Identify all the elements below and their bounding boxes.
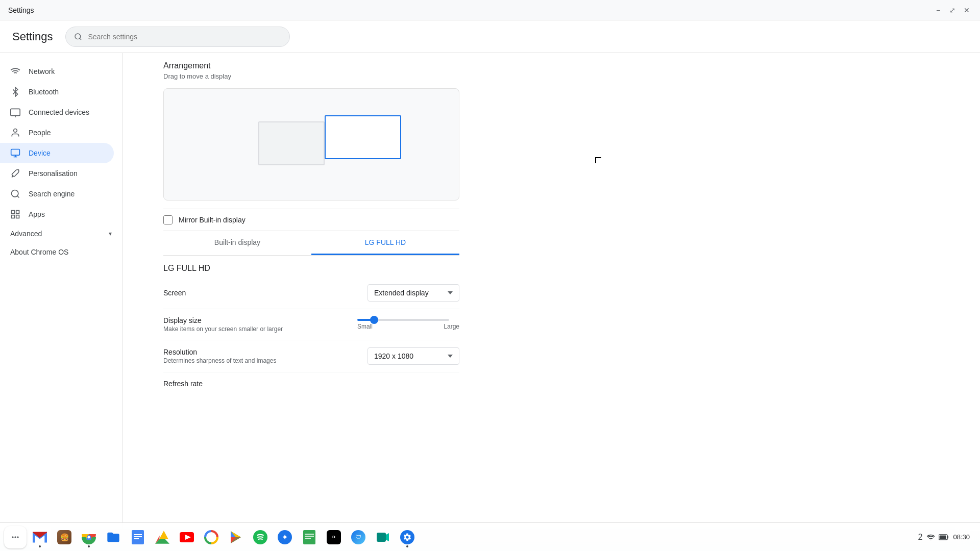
screen-select[interactable]: Extended display Mirror display [368,284,459,302]
svg-rect-38 [377,533,386,542]
main-panel: Arrangement Drag to move a display Mirro… [122,53,980,531]
svg-point-16 [17,536,18,538]
system-tray[interactable]: 2 08:30 [912,531,976,544]
builtin-display-box[interactable] [258,121,325,165]
search-input[interactable] [88,33,281,41]
refresh-rate-info: Refresh rate [163,380,459,388]
sidebar-item-search-engine[interactable]: Search engine [0,184,114,204]
maximize-button[interactable]: ⤢ [947,5,958,15]
sidebar-item-apps[interactable]: Apps [0,204,114,224]
taskbar-play-store[interactable] [225,526,247,548]
svg-rect-13 [12,215,15,218]
screen-control[interactable]: Extended display Mirror display [368,284,459,302]
display-size-row: Display size Make items on your screen s… [163,309,459,340]
tab-builtin-display[interactable]: Built-in display [163,231,311,255]
taskbar-youtube[interactable] [176,526,198,548]
display-tabs: Built-in display LG FULL HD [163,231,459,256]
search-bar[interactable] [65,27,290,47]
sidebar-item-about[interactable]: About Chrome OS [0,243,114,261]
taskbar-launcher[interactable] [4,526,27,548]
taskbar-files[interactable] [102,526,125,548]
settings-window: Settings − ⤢ ✕ Settings [0,0,980,531]
search-engine-icon [10,189,20,199]
notification-count: 2 [918,533,923,542]
taskbar-photos[interactable] [200,526,223,548]
app-body: Network Bluetooth [0,53,980,531]
titlebar: Settings − ⤢ ✕ [0,0,980,20]
taskbar-chrome-app2[interactable]: ✦ [274,526,296,548]
taskbar-spotify[interactable] [249,526,272,548]
settings-page-title: Settings [12,30,53,43]
taskbar-vpn[interactable]: 🛡 [347,526,370,548]
sidebar-item-bluetooth[interactable]: Bluetooth [0,82,114,102]
taskbar-right: 2 08:30 [912,531,976,544]
sidebar-item-personalisation[interactable]: Personalisation [0,163,114,184]
display-arrangement-area[interactable] [163,88,459,201]
system-clock: 08:30 [953,533,970,541]
sidebar-item-label-people: People [29,129,51,137]
wifi-status-icon [926,533,935,541]
settings-header: Settings [0,20,980,53]
display-size-control: Small Large [357,319,459,330]
taskbar-docs[interactable] [127,526,149,548]
sidebar-item-label-apps: Apps [29,210,45,218]
svg-rect-23 [134,536,142,537]
taskbar-settings-app[interactable] [396,526,419,548]
taskbar-chrome[interactable] [78,526,100,548]
slider-labels: Small Large [357,323,459,330]
svg-rect-35 [305,534,314,535]
resolution-info: Resolution Determines sharpness of text … [163,348,359,364]
sidebar-item-advanced[interactable]: Advanced ▾ [0,224,122,243]
sidebar-item-people[interactable]: People [0,122,114,143]
svg-point-0 [75,34,81,39]
svg-point-14 [14,536,16,538]
svg-rect-11 [16,211,19,214]
large-label: Large [444,323,459,330]
taskbar: 🍔 [0,522,980,551]
about-label: About Chrome OS [10,248,68,256]
advanced-label: Advanced [10,230,42,238]
taskbar-drive[interactable] [151,526,174,548]
person-icon [10,128,20,138]
resolution-select[interactable]: 980 x 551 1600 x 900 1280 x 720 [368,347,459,365]
battery-icon [939,534,949,540]
mirror-label: Mirror Built-in display [179,216,246,224]
mirror-checkbox[interactable] [163,215,173,224]
taskbar-sheets[interactable] [298,526,321,548]
sidebar-item-label-bluetooth: Bluetooth [29,88,59,96]
refresh-rate-row: Refresh rate [163,372,459,395]
sidebar-item-label-device: Device [29,149,51,157]
tab-lg-full-hd[interactable]: LG FULL HD [311,231,459,255]
svg-rect-12 [16,215,19,218]
resolution-control[interactable]: 980 x 551 1600 x 900 1280 x 720 [368,347,459,365]
sidebar-item-device[interactable]: Device [0,143,114,163]
laptop-icon [10,148,20,158]
resolution-sublabel: Determines sharpness of text and images [163,357,359,364]
taskbar-denon[interactable]: D [323,526,345,548]
taskbar-dot-gmail [39,545,41,547]
close-button[interactable]: ✕ [962,5,972,15]
mirror-row: Mirror Built-in display [163,209,459,231]
svg-point-15 [12,536,13,538]
sidebar-item-network[interactable]: Network [0,61,114,82]
sidebar-item-label-personalisation: Personalisation [29,169,78,178]
lg-display-box[interactable] [325,115,401,159]
taskbar-files-app[interactable]: 🍔 [53,526,76,548]
sidebar-item-connected-devices[interactable]: Connected devices [0,102,114,122]
scroll-area[interactable]: Arrangement Drag to move a display Mirro… [122,53,980,531]
wifi-icon [10,66,20,77]
minimize-button[interactable]: − [933,5,943,15]
svg-rect-6 [11,149,20,156]
svg-rect-36 [305,536,314,537]
sidebar-item-label-search-engine: Search engine [29,190,75,198]
svg-point-27 [209,535,213,539]
display-size-label: Display size [163,316,349,324]
display-size-slider[interactable] [357,319,449,321]
arrangement-subtitle: Drag to move a display [163,72,459,80]
sidebar-item-label-connected-devices: Connected devices [29,108,89,116]
window-controls: − ⤢ ✕ [933,5,972,15]
search-icon [74,33,82,41]
taskbar-gmail[interactable] [29,526,51,548]
svg-rect-1 [11,109,20,115]
taskbar-meet[interactable] [372,526,394,548]
